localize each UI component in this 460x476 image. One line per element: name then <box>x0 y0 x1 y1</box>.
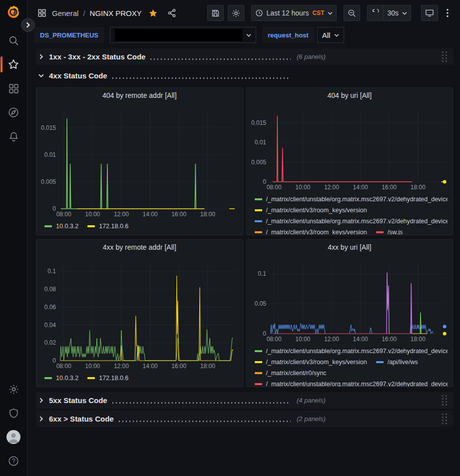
row-drag-handle[interactable] <box>440 393 449 408</box>
row-title: 5xx Status Code <box>49 396 107 405</box>
legend-item[interactable]: /_matrix/client/v3/room_keys/version <box>255 207 367 214</box>
row-4xx-status-code[interactable]: 4xx Status Code <box>36 67 453 84</box>
share-button[interactable] <box>166 7 177 18</box>
sidebar-item-configuration[interactable] <box>0 377 27 401</box>
time-series-chart[interactable]: 08:0010:0012:0014:0016:0018:0000.050.1 <box>247 255 453 345</box>
expand-sidebar-button[interactable] <box>21 18 35 32</box>
row-panel-count: (6 panels) <box>297 53 326 60</box>
dashboard-settings-button[interactable] <box>228 5 244 21</box>
legend-item[interactable]: 10.0.3.2 <box>44 223 78 230</box>
refresh-button[interactable] <box>367 5 383 21</box>
svg-text:0.1: 0.1 <box>258 270 266 277</box>
kebab-menu-button[interactable] <box>442 5 453 21</box>
time-series-chart[interactable]: 08:0010:0012:0014:0016:0018:0000.020.040… <box>36 255 243 372</box>
request-host-picker[interactable]: All <box>317 27 345 43</box>
svg-text:0.06: 0.06 <box>44 304 56 311</box>
svg-text:18:00: 18:00 <box>410 336 425 343</box>
svg-text:0: 0 <box>52 205 56 212</box>
legend-label: 172.18.0.6 <box>99 223 128 230</box>
svg-text:0: 0 <box>263 178 266 185</box>
row-drag-handle[interactable] <box>440 412 449 426</box>
row-drag-handle[interactable] <box>440 49 449 64</box>
legend-swatch <box>255 198 262 200</box>
search-button[interactable] <box>0 28 27 52</box>
avatar <box>6 430 20 444</box>
refresh-icon <box>372 9 380 17</box>
legend-swatch <box>255 372 262 374</box>
svg-text:12:00: 12:00 <box>114 363 129 370</box>
star-filled-icon <box>148 8 158 18</box>
chevron-down-icon <box>38 73 44 78</box>
row-dotted-leader <box>112 402 291 404</box>
legend-label: 10.0.3.2 <box>56 223 78 230</box>
panel-title[interactable]: 4xx by remote addr [All] <box>36 240 243 255</box>
row-6xx-status-code[interactable]: 6xx > Status Code (2 panels) <box>36 411 453 427</box>
sidebar-item-profile[interactable] <box>0 425 27 449</box>
legend-item[interactable]: /_matrix/client/unstable/org.matrix.msc2… <box>255 381 448 387</box>
legend-swatch <box>255 209 262 211</box>
legend-item[interactable]: /_matrix/client/v3/room_keys/version <box>255 229 367 235</box>
refresh-group: 30s <box>367 5 411 21</box>
panel-title[interactable]: 4xx by uri [All] <box>247 240 453 255</box>
zoom-out-time-button[interactable] <box>344 5 360 21</box>
legend-row: /_matrix/client/r0/sync <box>255 368 448 379</box>
monitor-icon <box>425 8 434 17</box>
sidebar-item-explore[interactable] <box>0 100 27 124</box>
legend-item[interactable]: /_matrix/client/unstable/org.matrix.msc2… <box>255 348 448 355</box>
nav-sidebar: ? <box>0 0 27 476</box>
svg-text:0: 0 <box>52 357 56 364</box>
legend-swatch <box>376 231 384 233</box>
request-host-variable-label: request_host <box>262 27 314 43</box>
save-dashboard-button[interactable] <box>207 5 224 21</box>
svg-text:12:00: 12:00 <box>324 336 339 343</box>
tv-mode-button[interactable] <box>421 5 438 21</box>
legend-item[interactable]: /_matrix/client/unstable/org.matrix.msc2… <box>255 218 448 225</box>
svg-text:16:00: 16:00 <box>382 184 397 191</box>
svg-text:?: ? <box>12 458 15 465</box>
svg-text:08:00: 08:00 <box>56 363 71 370</box>
svg-text:16:00: 16:00 <box>382 336 397 343</box>
sidebar-item-starred[interactable] <box>0 52 27 76</box>
legend-item[interactable]: /_matrix/client/unstable/org.matrix.msc2… <box>255 196 448 203</box>
chevron-right-icon <box>38 54 44 59</box>
legend-label: /_matrix/client/unstable/org.matrix.msc2… <box>266 196 448 203</box>
favorite-star-button[interactable] <box>147 7 159 19</box>
legend-item[interactable]: /sw.js <box>376 229 403 235</box>
svg-text:0.005: 0.005 <box>251 159 266 166</box>
time-series-chart[interactable]: 08:0010:0012:0014:0016:0018:0000.0050.01… <box>247 103 453 193</box>
sidebar-item-dashboards[interactable] <box>0 76 27 100</box>
chevron-down-icon <box>246 33 251 37</box>
breadcrumb-section[interactable]: General <box>52 9 78 17</box>
sidebar-item-alerting[interactable] <box>0 124 27 148</box>
legend-item[interactable]: /_matrix/client/v3/room_keys/version <box>255 359 367 366</box>
legend-item[interactable]: 10.0.3.2 <box>44 375 78 382</box>
svg-text:0.015: 0.015 <box>41 124 56 131</box>
chevron-right-icon <box>38 416 44 422</box>
legend-item[interactable]: 172.18.0.6 <box>87 375 128 382</box>
svg-text:12:00: 12:00 <box>114 211 129 218</box>
row-1xx-3xx-2xx-status-code[interactable]: 1xx - 3xx - 2xx Status Code (6 panels) <box>36 48 453 65</box>
share-icon <box>167 8 176 17</box>
active-indicator <box>0 56 2 72</box>
legend-item[interactable]: 172.18.0.6 <box>87 223 128 230</box>
svg-text:16:00: 16:00 <box>171 363 186 370</box>
legend-item[interactable]: /api/live/ws <box>376 359 418 366</box>
grafana-logo[interactable] <box>6 4 21 19</box>
datasource-picker[interactable] <box>110 27 256 43</box>
refresh-interval-label: 30s <box>387 9 399 17</box>
panel-title[interactable]: 404 by uri [All] <box>247 88 453 103</box>
sidebar-item-help[interactable]: ? <box>0 449 27 473</box>
svg-text:18:00: 18:00 <box>200 211 215 218</box>
svg-text:0.05: 0.05 <box>254 300 266 307</box>
panel-title[interactable]: 404 by remote addr [All] <box>36 88 243 103</box>
legend-row: 10.0.3.2172.18.0.6 <box>44 373 238 384</box>
legend-swatch <box>87 225 95 227</box>
row-5xx-status-code[interactable]: 5xx Status Code (4 panels) <box>36 392 453 409</box>
legend-label: /_matrix/client/v3/room_keys/version <box>266 229 367 235</box>
sidebar-item-server-admin[interactable] <box>0 401 27 425</box>
time-series-chart[interactable]: 08:0010:0012:0014:0016:0018:0000.0050.01… <box>36 103 243 220</box>
refresh-interval-picker[interactable]: 30s <box>383 5 411 21</box>
row-dotted-leader <box>112 77 291 79</box>
time-range-picker[interactable]: Last 12 hours CST <box>251 5 337 21</box>
legend-item[interactable]: /_matrix/client/r0/sync <box>255 370 327 377</box>
